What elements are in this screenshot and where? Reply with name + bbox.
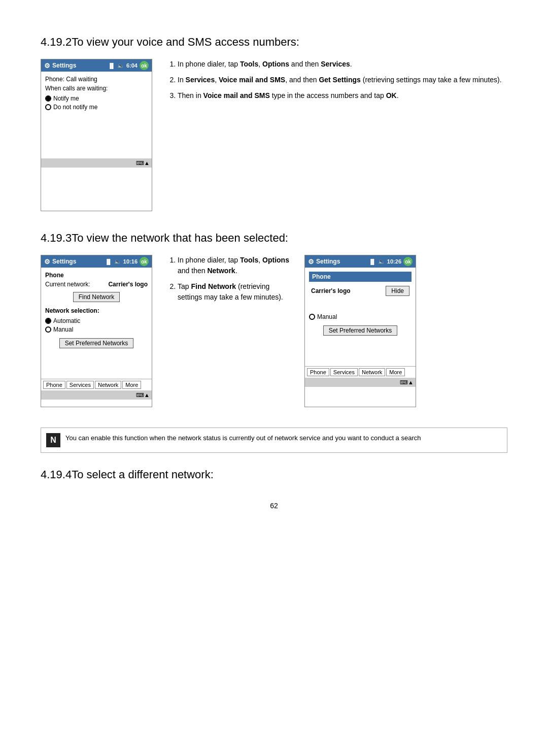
note-box: N You can enable this function when the … bbox=[41, 428, 507, 453]
radio-manual-left[interactable]: Manual bbox=[45, 326, 148, 333]
bold-services2: Services bbox=[186, 76, 215, 84]
phone-title-left: Settings bbox=[52, 258, 76, 265]
phone-highlighted-label: Phone bbox=[309, 272, 412, 282]
radio-filled-icon bbox=[45, 95, 51, 102]
settings-app-icon-right: ⚙ bbox=[308, 258, 314, 266]
set-preferred-button-right[interactable]: Set Preferred Networks bbox=[323, 325, 398, 336]
carrier-logo-right: Carrier's logo bbox=[311, 287, 351, 294]
section3-heading: 4.19.4To select a different network: bbox=[41, 468, 507, 481]
title-icons-left: ▐▌ 🔈 10:16 ok bbox=[105, 257, 149, 266]
instruction-1-2: In Services, Voice mail and SMS, and the… bbox=[178, 75, 507, 85]
find-network-button[interactable]: Find Network bbox=[73, 292, 120, 302]
phone-mock-1: ⚙ Settings ▐▌ 🔈 6:04 ok Phone: Call wait… bbox=[41, 59, 152, 211]
keyboard-icon-left: ⌨▲ bbox=[136, 392, 150, 399]
radio-automatic-label: Automatic bbox=[53, 317, 80, 324]
radio-notify-me[interactable]: Notify me bbox=[45, 95, 148, 102]
bold-get-settings: Get Settings bbox=[319, 76, 360, 84]
instructions-2: In phone dialer, tap Tools, Options and … bbox=[167, 255, 289, 308]
time-display-right: 10:26 bbox=[387, 258, 401, 265]
when-calls-label: When calls are waiting: bbox=[45, 85, 148, 92]
ok-badge-left[interactable]: ok bbox=[140, 257, 149, 266]
phone-title-1: Settings bbox=[52, 62, 76, 69]
instruction-2-2: Tap Find Network (retrieving settings ma… bbox=[178, 281, 289, 303]
phone-footer-right: Phone Services Network More bbox=[305, 366, 416, 378]
bold-voicemail-sms: Voice mail and SMS bbox=[219, 76, 285, 84]
ok-badge-right[interactable]: ok bbox=[403, 257, 413, 266]
section1-heading: 4.19.2To view your voice and SMS access … bbox=[41, 36, 507, 49]
phone-titlebar-right: ⚙ Settings ▐▌ 🔈 10:26 ok bbox=[305, 255, 416, 268]
radio-empty-icon bbox=[45, 104, 51, 110]
radio-automatic-icon bbox=[45, 318, 51, 324]
signal-icon: ▐▌ bbox=[108, 63, 115, 69]
network-selection-label: Network selection: bbox=[45, 307, 148, 314]
phone-section-label-left: Phone bbox=[45, 272, 148, 279]
footer-tab-network-right[interactable]: Network bbox=[359, 368, 385, 376]
radio-manual-icon-left bbox=[45, 326, 51, 333]
radio-manual-label-right: Manual bbox=[317, 313, 337, 320]
radio-notify-label: Notify me bbox=[53, 95, 79, 102]
carrier-logo-left: Carrier's logo bbox=[108, 281, 148, 288]
radio-manual-right[interactable]: Manual bbox=[309, 313, 412, 320]
set-preferred-button-left[interactable]: Set Preferred Networks bbox=[59, 338, 134, 348]
section2-heading: 4.19.3To view the network that has been … bbox=[41, 232, 507, 245]
bold-options: Options bbox=[262, 60, 289, 68]
footer-tab-services-right[interactable]: Services bbox=[330, 368, 358, 376]
footer-tab-services-left[interactable]: Services bbox=[66, 381, 94, 389]
radio-group-right: Manual bbox=[309, 313, 412, 320]
radio-group-1: Notify me Do not notify me bbox=[45, 95, 148, 111]
keyboard-bar-right: ⌨▲ bbox=[305, 378, 416, 387]
footer-tab-more-left[interactable]: More bbox=[122, 381, 141, 389]
phone-title-right: Settings bbox=[316, 258, 340, 265]
bold-tools-2: Tools bbox=[240, 256, 258, 264]
title-icons-right: ▐▌ 🔈 10:26 ok bbox=[369, 257, 413, 266]
page-number: 62 bbox=[41, 502, 507, 510]
bold-services: Services bbox=[321, 60, 350, 68]
phone-call-waiting-label: Phone: Call waiting bbox=[45, 76, 148, 83]
time-display-left: 10:16 bbox=[123, 258, 138, 265]
speaker-icon-left: 🔈 bbox=[114, 258, 121, 265]
signal-icon-right: ▐▌ bbox=[369, 259, 376, 265]
footer-tab-network-left[interactable]: Network bbox=[95, 381, 121, 389]
bold-find-network: Find Network bbox=[191, 282, 236, 290]
settings-app-icon: ⚙ bbox=[44, 62, 50, 70]
bold-ok: OK bbox=[386, 91, 397, 100]
phone-mock-right: ⚙ Settings ▐▌ 🔈 10:26 ok Phone Carrier's… bbox=[304, 255, 416, 407]
bold-network: Network bbox=[207, 267, 235, 275]
bold-tools: Tools bbox=[240, 60, 258, 68]
radio-automatic[interactable]: Automatic bbox=[45, 317, 148, 324]
signal-icon-left: ▐▌ bbox=[105, 259, 112, 265]
keyboard-icon-right: ⌨▲ bbox=[400, 379, 414, 386]
settings-app-icon-left: ⚙ bbox=[44, 258, 50, 266]
speaker-icon-right: 🔈 bbox=[378, 258, 385, 265]
radio-manual-label-left: Manual bbox=[53, 326, 73, 333]
instruction-1-3: Then in Voice mail and SMS type in the a… bbox=[178, 90, 507, 101]
instruction-2-1: In phone dialer, tap Tools, Options and … bbox=[178, 255, 289, 276]
note-icon: N bbox=[46, 433, 60, 447]
instruction-1-1: In phone dialer, tap Tools, Options and … bbox=[178, 59, 507, 70]
footer-tab-phone-right[interactable]: Phone bbox=[307, 368, 329, 376]
phone-mock-left: ⚙ Settings ▐▌ 🔈 10:16 ok Phone Current n… bbox=[41, 255, 152, 407]
radio-do-not-notify[interactable]: Do not notify me bbox=[45, 104, 148, 111]
footer-tab-phone-left[interactable]: Phone bbox=[43, 381, 65, 389]
radio-donotnotify-label: Do not notify me bbox=[53, 104, 97, 111]
keyboard-bar-1: ⌨▲ bbox=[41, 158, 152, 168]
phone-titlebar-1: ⚙ Settings ▐▌ 🔈 6:04 ok bbox=[41, 59, 152, 72]
note-text: You can enable this function when the ne… bbox=[65, 433, 421, 443]
hide-button[interactable]: Hide bbox=[386, 286, 409, 296]
footer-tab-more-right[interactable]: More bbox=[386, 368, 405, 376]
bold-options-2: Options bbox=[262, 256, 289, 264]
radio-manual-icon-right bbox=[309, 314, 315, 320]
instructions-1: In phone dialer, tap Tools, Options and … bbox=[167, 59, 507, 106]
bold-voicemail-sms2: Voice mail and SMS bbox=[203, 91, 270, 100]
phone-titlebar-left: ⚙ Settings ▐▌ 🔈 10:16 ok bbox=[41, 255, 152, 268]
current-network-label: Current network: bbox=[45, 281, 90, 288]
radio-group-left: Automatic Manual bbox=[45, 317, 148, 333]
keyboard-bar-left: ⌨▲ bbox=[41, 390, 152, 400]
keyboard-icon-1: ⌨▲ bbox=[136, 160, 150, 167]
speaker-icon: 🔈 bbox=[117, 62, 124, 69]
ok-badge-1[interactable]: ok bbox=[140, 61, 149, 70]
title-icons-1: ▐▌ 🔈 6:04 ok bbox=[108, 61, 149, 70]
phone-footer-left: Phone Services Network More bbox=[41, 379, 152, 390]
time-display-1: 6:04 bbox=[126, 62, 138, 69]
